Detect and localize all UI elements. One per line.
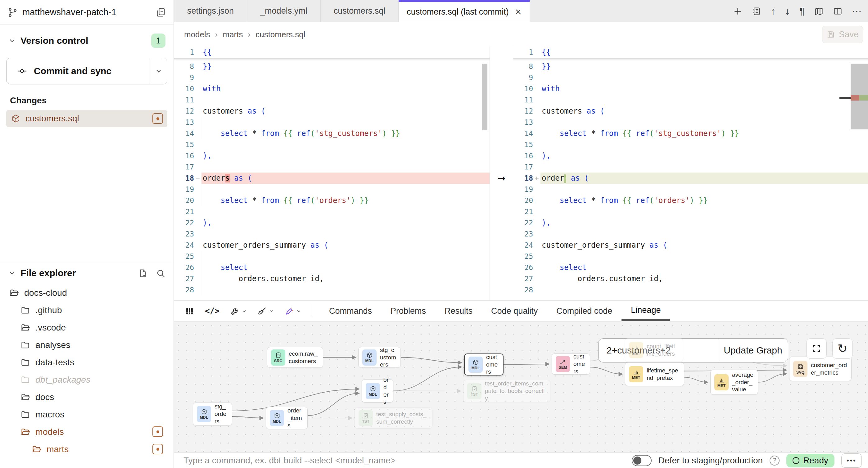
svq-icon xyxy=(797,364,804,370)
code-line-8: 8}} xyxy=(513,61,868,72)
ai-pen-tool-button[interactable] xyxy=(285,306,302,316)
breadcrumb-item: models xyxy=(184,30,210,39)
modified-status-icon xyxy=(152,444,163,454)
changed-file-row[interactable]: customers.sql xyxy=(6,110,167,127)
file-tree-item-data-tests[interactable]: data-tests xyxy=(6,353,167,371)
branch-selector[interactable]: matthewshaver-patch-1 xyxy=(0,0,174,25)
panel-tab-lineage[interactable]: Lineage xyxy=(621,301,670,321)
lineage-node-customers[interactable]: SEM customers xyxy=(552,353,590,375)
lineage-node-test-supply-costs-sum-correctly[interactable]: TST test_supply_costs_sum_correctly xyxy=(354,407,432,429)
lineage-node-orders[interactable]: MDL orders xyxy=(362,379,393,403)
code-line-15: 15 xyxy=(174,139,490,150)
panel-tab-commands[interactable]: Commands xyxy=(320,301,381,321)
node-label: test_order_items_compute_to_bools_correc… xyxy=(485,380,547,402)
close-icon[interactable]: ✕ xyxy=(515,7,522,17)
commit-options-dropdown[interactable] xyxy=(150,58,167,84)
save-button[interactable]: Save xyxy=(822,26,863,43)
code-line-25: 25 xyxy=(174,251,490,262)
lineage-edge xyxy=(393,367,461,391)
src-icon xyxy=(275,352,282,358)
dbt-cloud-ide: matthewshaver-patch-1 Version control 1 … xyxy=(0,0,868,468)
chevron-down-icon xyxy=(296,309,302,314)
mdl-icon xyxy=(370,385,376,392)
diff-pane-original[interactable]: 1{{8}}910with1112customers as (1314 sele… xyxy=(174,46,490,301)
copy-icon[interactable] xyxy=(156,7,166,18)
breadcrumb-separator-icon: › xyxy=(248,30,251,39)
plus-icon[interactable] xyxy=(733,6,743,16)
lineage-canvas[interactable]: 2+customers+2 Update Graph SRC ecom.raw_… xyxy=(174,321,868,453)
code-line-28: 28 xyxy=(174,284,490,295)
chevron-down-icon[interactable] xyxy=(8,37,16,45)
fullscreen-button[interactable] xyxy=(806,338,827,359)
save-icon xyxy=(827,30,835,39)
pilcrow-icon[interactable]: ¶ xyxy=(799,6,805,16)
panel-tab-compiled-code[interactable]: Compiled code xyxy=(547,301,621,321)
lineage-node-lifetime-spend-pretax[interactable]: MET lifetime_spend_pretax xyxy=(625,362,684,386)
ellipsis-icon[interactable]: ⋯ xyxy=(852,6,862,16)
file-tree-item-docs-cloud[interactable]: docs-cloud xyxy=(6,284,167,301)
notebook-icon[interactable] xyxy=(752,6,762,16)
collapsed-lines-separator[interactable] xyxy=(513,58,868,61)
lineage-node-customer-order-metrics[interactable]: SVQ customer_order_metrics xyxy=(789,356,851,381)
lineage-node-customers[interactable]: MDL customers xyxy=(464,353,503,376)
refresh-graph-button[interactable]: ↻ xyxy=(832,338,853,359)
lineage-edge xyxy=(308,394,359,416)
lineage-edge xyxy=(758,374,786,382)
chevron-down-icon[interactable] xyxy=(8,269,16,277)
lineage-node-ecom-raw-customers[interactable]: SRC ecom.raw_customers xyxy=(267,347,323,368)
node-type-badge: MET xyxy=(629,342,643,358)
lineage-node-test-order-items-compute-to-bools-correctly[interactable]: TST test_order_items_compute_to_bools_co… xyxy=(463,380,550,402)
collapsed-lines-separator[interactable] xyxy=(174,58,490,61)
map-icon[interactable] xyxy=(814,6,824,16)
panel-tab-results[interactable]: Results xyxy=(435,301,482,321)
split-view-icon[interactable] xyxy=(833,6,842,16)
ide-status-badge[interactable]: Ready xyxy=(786,454,834,467)
lineage-node-stg-orders[interactable]: MDL stg_orders xyxy=(193,403,232,426)
editor-tab-customers-sql[interactable]: customers.sql xyxy=(321,0,399,22)
status-bar: Type a command, ex. dbt build --select <… xyxy=(174,453,868,468)
lineage-node-average-order-value[interactable]: MET average_order_value xyxy=(710,370,758,395)
arrow-down-icon[interactable]: ↓ xyxy=(785,6,790,16)
commit-and-sync-button[interactable]: Commit and sync xyxy=(6,58,167,85)
lineage-edge xyxy=(503,364,549,365)
lineage-node-stg-customers[interactable]: MDL stg_customers xyxy=(358,347,401,368)
diff-pane-modified[interactable]: 1{{8}}910with1112customers as (1314 sele… xyxy=(513,46,868,301)
folder-name: marts xyxy=(46,444,147,454)
editor-tab-customers-sql-last-commit-[interactable]: customers.sql (last commit)✕ xyxy=(399,0,530,22)
revert-change-arrow-icon[interactable]: → xyxy=(490,173,513,184)
changes-list: customers.sql xyxy=(6,110,167,127)
file-tree-item-analyses[interactable]: analyses xyxy=(6,336,167,353)
file-tree-item-.github[interactable]: .github xyxy=(6,301,167,319)
file-tree-item-macros[interactable]: macros xyxy=(6,406,167,423)
defer-toggle[interactable] xyxy=(632,455,652,466)
file-tree-item-models[interactable]: models xyxy=(6,423,167,440)
code-line-12: 12customers as ( xyxy=(513,105,868,117)
update-graph-button[interactable]: Update Graph xyxy=(718,339,788,362)
editor-tab--models-yml[interactable]: _models.yml xyxy=(247,0,321,22)
wrench-tool-button[interactable] xyxy=(230,306,247,316)
more-options-button[interactable]: ••• xyxy=(841,454,862,468)
new-file-icon[interactable] xyxy=(138,269,148,278)
file-tree-item-.vscode[interactable]: .vscode xyxy=(6,319,167,336)
chevron-down-icon xyxy=(269,309,274,314)
lineage-node-count-lifetime-orders[interactable]: MET count_lifetime_orders xyxy=(625,338,683,362)
left-pane-scrollbar[interactable] xyxy=(482,64,487,130)
ai-pen-icon xyxy=(285,306,294,316)
file-tree-item-marts[interactable]: marts xyxy=(6,440,167,458)
format-tool-button[interactable] xyxy=(257,306,274,316)
node-label: stg_customers xyxy=(380,346,397,368)
arrow-up-icon[interactable]: ↑ xyxy=(771,6,776,16)
tab-label: settings.json xyxy=(187,6,234,16)
editor-tab-settings-json[interactable]: settings.json xyxy=(174,0,247,22)
help-icon[interactable]: ? xyxy=(770,456,779,466)
file-tree-item-docs[interactable]: docs xyxy=(6,388,167,406)
table-tool-button[interactable] xyxy=(185,306,194,316)
file-tree-item-dbt_packages[interactable]: dbt_packages xyxy=(6,371,167,388)
search-icon[interactable] xyxy=(156,269,165,278)
command-input[interactable]: Type a command, ex. dbt build --select <… xyxy=(174,456,632,466)
code-tool-button[interactable]: </> xyxy=(205,306,219,316)
panel-tab-problems[interactable]: Problems xyxy=(381,301,435,321)
panel-tab-code-quality[interactable]: Code quality xyxy=(482,301,547,321)
lineage-node-order-items[interactable]: MDL order_items xyxy=(266,407,308,429)
code-line-27: 27 orders.customer_id, xyxy=(513,273,868,284)
